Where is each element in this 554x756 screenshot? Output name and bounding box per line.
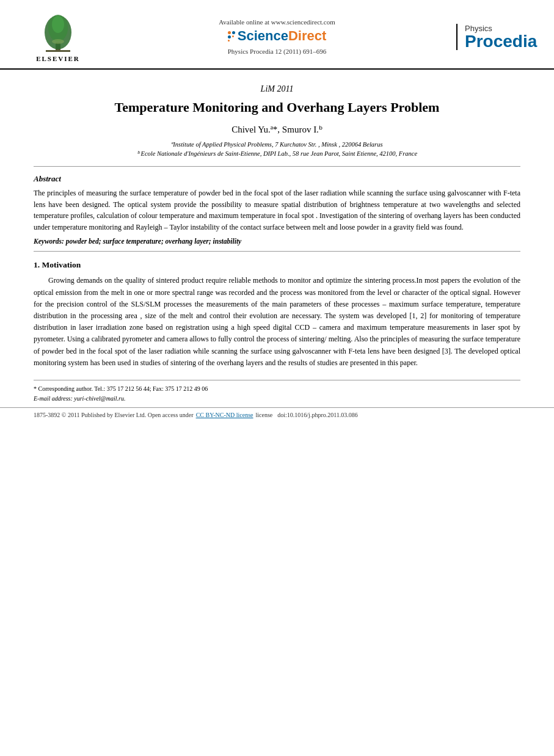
affiliation-a: ªInstitute of Applied Physical Problems,…: [34, 140, 520, 150]
journal-info: Physics Procedia 12 (2011) 691–696: [98, 48, 456, 55]
elsevier-logo: ELSEVIER: [18, 11, 98, 62]
divider-1: [34, 166, 520, 167]
sd-dot-4: [232, 35, 234, 37]
header-center: Available online at www.sciencedirect.co…: [98, 18, 456, 55]
affiliation-b: ᵇ Ecole Nationale d'Ingénieurs de Saint-…: [34, 149, 520, 159]
keywords-label: Keywords:: [34, 238, 64, 245]
bottom-bar: 1875-3892 © 2011 Published by Elsevier L…: [0, 407, 554, 422]
svg-point-5: [52, 39, 64, 44]
cc-license-link[interactable]: CC BY-NC-ND license: [196, 412, 253, 418]
conference-label: LiM 2011: [34, 84, 520, 94]
main-content: LiM 2011 Temperature Monitoring and Over…: [0, 70, 554, 369]
available-online-text: Available online at www.sciencedirect.co…: [98, 18, 456, 26]
svg-rect-1: [46, 50, 70, 52]
sciencedirect-logo: ScienceDirect: [98, 28, 456, 44]
sciencedirect-name: ScienceDirect: [238, 28, 327, 44]
affiliations: ªInstitute of Applied Physical Problems,…: [34, 140, 520, 159]
divider-2: [34, 251, 520, 252]
abstract-text: The principles of measuring the surface …: [34, 187, 520, 233]
sd-dot-2: [232, 31, 235, 34]
bottom-doi: doi:10.1016/j.phpro.2011.03.086: [277, 412, 358, 418]
elsevier-branding: ELSEVIER: [18, 11, 98, 62]
authors: Chivel Yu.ª*, Smurov I.ᵇ: [34, 124, 520, 135]
elsevier-label: ELSEVIER: [36, 55, 80, 62]
authors-text: Chivel Yu.ª*, Smurov I.ᵇ: [231, 125, 323, 134]
procedia-label: Procedia: [465, 33, 536, 50]
procedia-branding: Physics Procedia: [456, 24, 536, 50]
bottom-issn: 1875-3892 © 2011 Published by Elsevier L…: [34, 412, 194, 418]
footnote-corresponding: * Corresponding author. Tel.: 375 17 212…: [34, 384, 520, 394]
sd-dots-icon: [228, 31, 235, 42]
footnote-email: E-mail address: yuri-chivel@mail.ru.: [34, 394, 520, 404]
keywords-text: powder bed; surface temperature; overhan…: [66, 238, 241, 245]
motivation-paragraph: Growing demands on the quality of sinter…: [34, 275, 520, 369]
svg-point-4: [52, 16, 64, 33]
abstract-heading: Abstract: [34, 174, 520, 184]
elsevier-tree-icon: [34, 11, 82, 54]
paper-title: Temperature Monitoring and Overhang Laye…: [34, 99, 520, 117]
motivation-heading: 1. Motivation: [34, 260, 520, 270]
sd-dot-1: [228, 31, 231, 34]
keywords: Keywords: powder bed; surface temperatur…: [34, 238, 520, 245]
sd-dot-5: [228, 40, 230, 42]
bottom-license-suffix: license: [256, 412, 273, 418]
header: ELSEVIER Available online at www.science…: [0, 0, 554, 70]
motivation-text: Growing demands on the quality of sinter…: [34, 275, 520, 369]
sd-dot-3: [228, 35, 231, 38]
page: ELSEVIER Available online at www.science…: [0, 0, 554, 756]
footnote: * Corresponding author. Tel.: 375 17 212…: [0, 380, 554, 407]
